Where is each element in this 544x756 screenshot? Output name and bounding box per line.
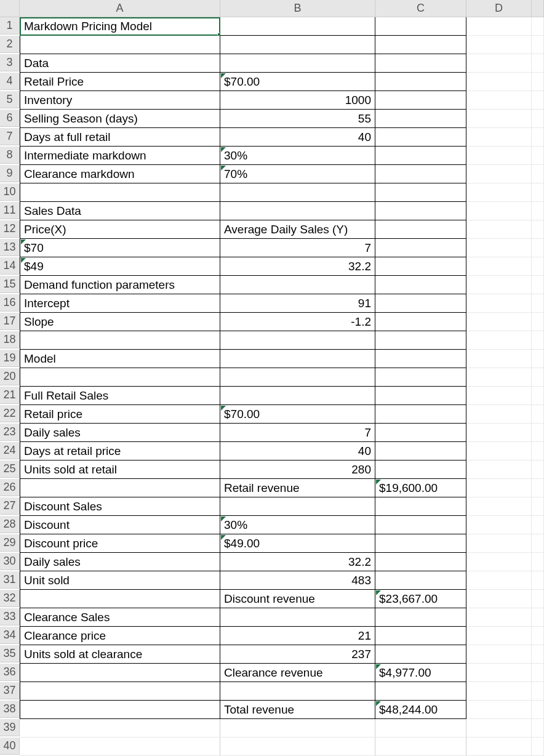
cell-E7[interactable]	[532, 128, 544, 147]
cell-D15[interactable]	[466, 276, 532, 294]
cell-C5[interactable]	[375, 91, 466, 110]
cell-D11[interactable]	[466, 202, 532, 220]
cell-A40[interactable]	[20, 738, 220, 756]
cell-B17[interactable]: -1.2	[220, 313, 375, 331]
col-header-D[interactable]: D	[466, 0, 532, 17]
cell-D26[interactable]	[466, 479, 532, 497]
cell-D33[interactable]	[466, 608, 532, 627]
cell-B27[interactable]	[220, 497, 375, 516]
cell-E29[interactable]	[532, 534, 544, 553]
row-header-18[interactable]: 18	[0, 331, 20, 348]
cell-B29[interactable]: $49.00	[220, 534, 375, 553]
row-header-1[interactable]: 1	[0, 17, 20, 34]
cell-D18[interactable]	[466, 331, 532, 350]
cell-A35[interactable]: Units sold at clearance	[20, 645, 220, 664]
cell-D37[interactable]	[466, 682, 532, 701]
cell-B14[interactable]: 32.2	[220, 257, 375, 276]
cell-C31[interactable]	[375, 571, 466, 590]
row-header-30[interactable]: 30	[0, 553, 20, 570]
cell-B38[interactable]: Total revenue	[220, 701, 375, 719]
cell-E2[interactable]	[532, 36, 544, 54]
col-header-A[interactable]: A	[20, 0, 220, 17]
cell-B13[interactable]: 7	[220, 239, 375, 257]
cell-D36[interactable]	[466, 664, 532, 682]
cell-E4[interactable]	[532, 73, 544, 91]
row-header-31[interactable]: 31	[0, 571, 20, 589]
cell-A10[interactable]	[20, 183, 220, 202]
cell-A29[interactable]: Discount price	[20, 534, 220, 553]
cell-D35[interactable]	[466, 645, 532, 664]
cell-B28[interactable]: 30%	[220, 516, 375, 534]
cell-A28[interactable]: Discount	[20, 516, 220, 534]
cell-B30[interactable]: 32.2	[220, 553, 375, 571]
cell-E13[interactable]	[532, 239, 544, 257]
cell-E21[interactable]	[532, 387, 544, 405]
cell-A18[interactable]	[20, 331, 220, 350]
cell-D9[interactable]	[466, 165, 532, 183]
cell-D14[interactable]	[466, 257, 532, 276]
cell-B22[interactable]: $70.00	[220, 405, 375, 424]
cell-C27[interactable]	[375, 497, 466, 516]
cell-D20[interactable]	[466, 368, 532, 387]
cell-D17[interactable]	[466, 313, 532, 331]
cell-C22[interactable]	[375, 405, 466, 424]
row-header-37[interactable]: 37	[0, 682, 20, 699]
col-header-C[interactable]: C	[375, 0, 466, 17]
cell-E20[interactable]	[532, 368, 544, 387]
fill-handle[interactable]	[217, 33, 220, 36]
cell-B39[interactable]	[220, 719, 375, 738]
cell-A25[interactable]: Units sold at retail	[20, 460, 220, 479]
cell-E5[interactable]	[532, 91, 544, 110]
cell-E27[interactable]	[532, 497, 544, 516]
cell-C18[interactable]	[375, 331, 466, 350]
cell-D23[interactable]	[466, 424, 532, 442]
cell-A15[interactable]: Demand function parameters	[20, 276, 220, 294]
cell-D39[interactable]	[466, 719, 532, 738]
row-header-16[interactable]: 16	[0, 294, 20, 312]
row-header-15[interactable]: 15	[0, 276, 20, 293]
cell-C21[interactable]	[375, 387, 466, 405]
row-header-33[interactable]: 33	[0, 608, 20, 625]
cell-D40[interactable]	[466, 738, 532, 756]
cell-E37[interactable]	[532, 682, 544, 701]
cell-A33[interactable]: Clearance Sales	[20, 608, 220, 627]
cell-C33[interactable]	[375, 608, 466, 627]
row-header-13[interactable]: 13	[0, 239, 20, 256]
cell-A14[interactable]: $49	[20, 257, 220, 276]
row-header-39[interactable]: 39	[0, 719, 20, 736]
cell-C7[interactable]	[375, 128, 466, 147]
cell-B36[interactable]: Clearance revenue	[220, 664, 375, 682]
cell-A30[interactable]: Daily sales	[20, 553, 220, 571]
cell-A16[interactable]: Intercept	[20, 294, 220, 313]
cell-E16[interactable]	[532, 294, 544, 313]
cell-B4[interactable]: $70.00	[220, 73, 375, 91]
row-header-4[interactable]: 4	[0, 73, 20, 90]
row-header-14[interactable]: 14	[0, 257, 20, 275]
row-header-27[interactable]: 27	[0, 497, 20, 515]
cell-A6[interactable]: Selling Season (days)	[20, 110, 220, 128]
row-header-10[interactable]: 10	[0, 183, 20, 201]
cell-A2[interactable]	[20, 36, 220, 54]
row-header-9[interactable]: 9	[0, 165, 20, 182]
cell-C13[interactable]	[375, 239, 466, 257]
cell-C35[interactable]	[375, 645, 466, 664]
cell-B24[interactable]: 40	[220, 442, 375, 460]
row-header-21[interactable]: 21	[0, 387, 20, 404]
cell-C32[interactable]: $23,667.00	[375, 590, 466, 608]
cell-E14[interactable]	[532, 257, 544, 276]
cell-B23[interactable]: 7	[220, 424, 375, 442]
cell-E30[interactable]	[532, 553, 544, 571]
cell-E26[interactable]	[532, 479, 544, 497]
row-header-7[interactable]: 7	[0, 128, 20, 145]
cell-A9[interactable]: Clearance markdown	[20, 165, 220, 183]
cell-C28[interactable]	[375, 516, 466, 534]
row-header-2[interactable]: 2	[0, 36, 20, 53]
cell-A17[interactable]: Slope	[20, 313, 220, 331]
cell-E32[interactable]	[532, 590, 544, 608]
cell-C1[interactable]	[375, 17, 466, 36]
cell-D6[interactable]	[466, 110, 532, 128]
row-header-19[interactable]: 19	[0, 350, 20, 367]
cell-C3[interactable]	[375, 54, 466, 73]
cell-C37[interactable]	[375, 682, 466, 701]
cell-B3[interactable]	[220, 54, 375, 73]
